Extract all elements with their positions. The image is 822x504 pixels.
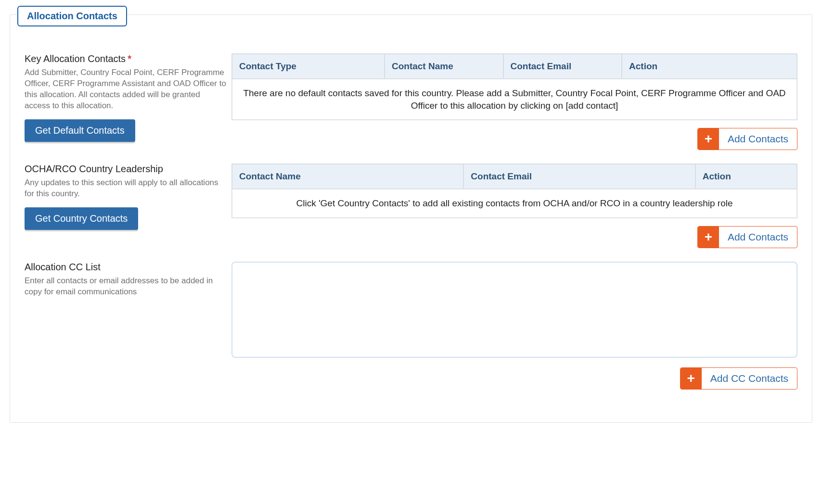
key-contacts-empty-message: There are no default contacts saved for … xyxy=(232,79,797,120)
allocation-contacts-panel: Allocation Contacts Key Allocation Conta… xyxy=(10,14,812,423)
leadership-table: Contact Name Contact Email Action Click … xyxy=(231,164,797,218)
leadership-left-col: OCHA/RCO Country Leadership Any updates … xyxy=(25,164,227,230)
col-action: Action xyxy=(695,164,797,189)
leadership-empty-message: Click 'Get Country Contacts' to add all … xyxy=(232,189,797,218)
cc-list-textarea[interactable] xyxy=(231,262,797,358)
cc-title: Allocation CC List xyxy=(25,262,227,273)
cc-right-col: + Add CC Contacts xyxy=(231,262,797,390)
add-contacts-label: Add Contacts xyxy=(719,128,797,150)
key-contacts-table: Contact Type Contact Name Contact Email … xyxy=(231,53,797,120)
cc-left-col: Allocation CC List Enter all contacts or… xyxy=(25,262,227,305)
leadership-section: OCHA/RCO Country Leadership Any updates … xyxy=(25,164,797,248)
table-header-row: Contact Type Contact Name Contact Email … xyxy=(232,54,797,79)
plus-icon: + xyxy=(698,227,719,248)
add-cc-contacts-label: Add CC Contacts xyxy=(702,368,797,389)
required-indicator: * xyxy=(128,53,131,64)
add-contacts-button-key[interactable]: + Add Contacts xyxy=(697,128,797,150)
cc-list-section: Allocation CC List Enter all contacts or… xyxy=(25,262,797,390)
key-contacts-left-col: Key Allocation Contacts* Add Submitter, … xyxy=(25,53,227,142)
plus-icon: + xyxy=(681,368,702,389)
col-contact-name: Contact Name xyxy=(385,54,503,79)
panel-body: Key Allocation Contacts* Add Submitter, … xyxy=(10,14,812,423)
key-contacts-title-text: Key Allocation Contacts xyxy=(25,53,126,64)
col-contact-name: Contact Name xyxy=(232,164,463,189)
col-contact-email: Contact Email xyxy=(463,164,695,189)
add-cc-contacts-button[interactable]: + Add CC Contacts xyxy=(680,367,797,390)
plus-icon: + xyxy=(698,128,719,150)
leadership-action-row: + Add Contacts xyxy=(231,226,797,248)
table-row: Click 'Get Country Contacts' to add all … xyxy=(232,189,797,218)
col-contact-type: Contact Type xyxy=(232,54,385,79)
get-country-contacts-button[interactable]: Get Country Contacts xyxy=(25,207,138,230)
key-contacts-title: Key Allocation Contacts* xyxy=(25,53,227,64)
add-contacts-button-leadership[interactable]: + Add Contacts xyxy=(697,226,797,248)
key-contacts-right-col: Contact Type Contact Name Contact Email … xyxy=(231,53,797,150)
col-action: Action xyxy=(622,54,797,79)
table-header-row: Contact Name Contact Email Action xyxy=(232,164,797,189)
panel-legend: Allocation Contacts xyxy=(17,6,127,26)
leadership-right-col: Contact Name Contact Email Action Click … xyxy=(231,164,797,248)
key-contacts-action-row: + Add Contacts xyxy=(231,128,797,150)
leadership-title: OCHA/RCO Country Leadership xyxy=(25,164,227,175)
key-contacts-desc: Add Submitter, Country Focal Point, CERF… xyxy=(25,67,227,112)
cc-action-row: + Add CC Contacts xyxy=(231,367,797,390)
add-contacts-label: Add Contacts xyxy=(719,227,797,248)
col-contact-email: Contact Email xyxy=(503,54,622,79)
table-row: There are no default contacts saved for … xyxy=(232,79,797,120)
key-contacts-section: Key Allocation Contacts* Add Submitter, … xyxy=(25,53,797,150)
get-default-contacts-button[interactable]: Get Default Contacts xyxy=(25,119,135,142)
leadership-desc: Any updates to this section will apply t… xyxy=(25,177,227,200)
cc-desc: Enter all contacts or email addresses to… xyxy=(25,276,227,298)
